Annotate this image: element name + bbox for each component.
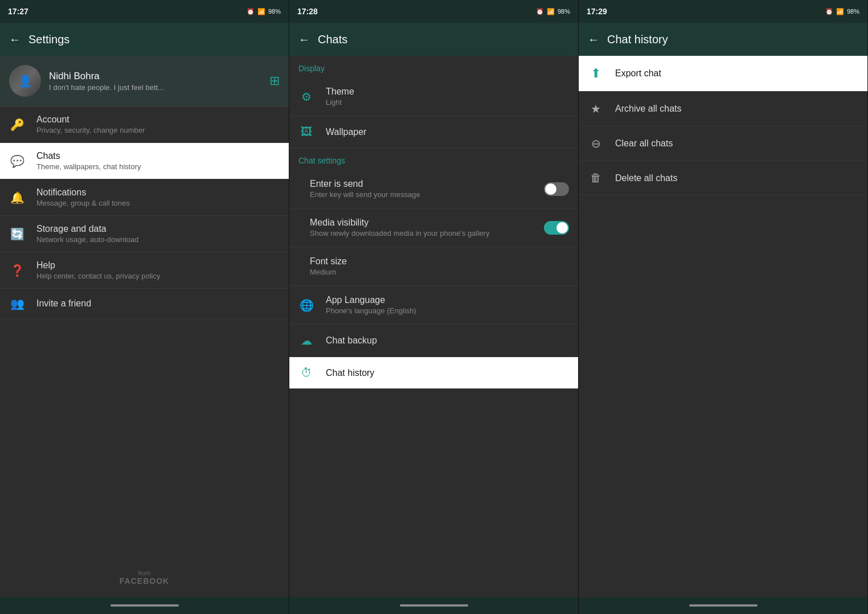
app-language-subtitle: Phone's language (English) [326,306,569,315]
theme-text: Theme Light [326,87,569,107]
chats-panel-title: Chats [318,33,347,46]
enter-send-text: Enter is send Enter key will send your m… [310,179,533,199]
settings-title: Settings [28,33,69,46]
battery-1: 98% [268,8,281,15]
chat-history-icon: ⏱ [298,366,314,379]
export-title: Export chat [615,68,858,79]
profile-name: Nidhi Bohra [49,71,164,82]
media-visibility-toggle[interactable] [544,221,569,235]
invite-title: Invite a friend [36,298,280,309]
chat-settings-section-header: Chat settings [289,148,578,170]
display-section-header: Display [289,56,578,77]
profile-section[interactable]: 👤 Nidhi Bohra I don't hate people. I jus… [0,56,289,107]
chats-item-theme[interactable]: ⚙ Theme Light [289,77,578,116]
settings-item-storage[interactable]: 🔄 Storage and data Network usage, auto-d… [0,216,289,252]
history-item-delete[interactable]: 🗑 Delete all chats [579,161,867,195]
settings-item-help[interactable]: ❓ Help Help center, contact us, privacy … [0,252,289,289]
settings-item-chats[interactable]: 💬 Chats Theme, wallpapers, chat history [0,143,289,179]
avatar-image: 👤 [9,65,41,97]
alarm-icon-3: ⏰ [825,8,833,15]
account-icon: 🔑 [9,118,25,132]
time-2: 17:28 [297,7,318,16]
wallpaper-icon: 🖼 [298,125,314,138]
storage-subtitle: Network usage, auto-download [36,235,280,244]
bottom-bar-2 [289,597,578,614]
notifications-title: Notifications [36,187,280,198]
export-icon: ⬆ [588,66,604,81]
notifications-subtitle: Message, group & call tones [36,199,280,207]
home-indicator-1 [110,604,179,607]
alarm-icon-2: ⏰ [536,8,544,15]
enter-send-toggle[interactable] [544,182,569,196]
storage-title: Storage and data [36,224,280,234]
back-arrow-2[interactable]: ← [298,33,310,46]
battery-2: 98% [558,8,570,15]
font-size-subtitle: Medium [310,268,569,276]
settings-item-notifications[interactable]: 🔔 Notifications Message, group & call to… [0,179,289,216]
back-arrow-1[interactable]: ← [9,33,21,46]
wallpaper-text: Wallpaper [326,127,569,137]
account-text: Account Privacy, security, change number [36,114,280,134]
chats-item-font-size[interactable]: Font size Medium [289,247,578,286]
account-title: Account [36,114,280,125]
profile-info: Nidhi Bohra I don't hate people. I just … [49,71,164,92]
status-icons-2: ⏰ 📶 98% [536,8,570,15]
chats-top-bar: ← Chats [289,23,578,56]
chats-item-chat-history[interactable]: ⏱ Chat history [289,357,578,389]
settings-item-invite[interactable]: 👥 Invite a friend [0,289,289,319]
history-item-export[interactable]: ⬆ Export chat [579,56,867,92]
chats-settings-list: Display ⚙ Theme Light 🖼 Wallpaper Chat s… [289,56,578,597]
signal-icon-2: 📶 [547,8,555,15]
settings-list: 🔑 Account Privacy, security, change numb… [0,107,289,558]
clear-text: Clear all chats [615,138,858,149]
delete-title: Delete all chats [615,173,858,183]
facebook-footer: from FACEBOOK [0,558,289,597]
chat-backup-icon: ☁ [298,334,314,347]
chats-item-wallpaper[interactable]: 🖼 Wallpaper [289,116,578,148]
chat-history-title: Chat history [326,368,569,378]
battery-3: 98% [847,8,859,15]
account-subtitle: Privacy, security, change number [36,126,280,134]
chats-panel: 17:28 ⏰ 📶 98% ← Chats Display ⚙ Theme Li… [289,0,579,614]
theme-icon: ⚙ [298,90,314,104]
brand-label: FACEBOOK [11,576,277,586]
chats-item-app-language[interactable]: 🌐 App Language Phone's language (English… [289,286,578,325]
notifications-text: Notifications Message, group & call tone… [36,187,280,207]
export-text: Export chat [615,68,858,79]
settings-item-account[interactable]: 🔑 Account Privacy, security, change numb… [0,107,289,143]
settings-panel: 17:27 ⏰ 📶 98% ← Settings 👤 Nidhi Bohra I… [0,0,289,614]
back-arrow-3[interactable]: ← [588,33,599,46]
notifications-icon: 🔔 [9,191,25,204]
chats-item-chat-backup[interactable]: ☁ Chat backup [289,325,578,357]
media-visibility-knob [556,222,568,234]
qr-icon[interactable]: ⊞ [269,73,280,88]
chat-history-list: ⬆ Export chat ★ Archive all chats ⊖ Clea… [579,56,867,597]
status-icons-1: ⏰ 📶 98% [247,8,281,15]
storage-text: Storage and data Network usage, auto-dow… [36,224,280,244]
app-language-icon: 🌐 [298,298,314,312]
chat-backup-text: Chat backup [326,335,569,346]
settings-top-bar: ← Settings [0,23,289,56]
wallpaper-title: Wallpaper [326,127,569,137]
chats-item-enter-send[interactable]: Enter is send Enter key will send your m… [289,170,578,208]
time-1: 17:27 [8,7,28,16]
bottom-bar-3 [579,597,867,614]
chats-title: Chats [36,151,280,161]
history-item-clear[interactable]: ⊖ Clear all chats [579,126,867,161]
alarm-icon: ⏰ [247,8,255,15]
font-size-text: Font size Medium [310,256,569,276]
status-bar-2: 17:28 ⏰ 📶 98% [289,0,578,23]
help-title: Help [36,260,280,271]
media-visibility-title: Media visibility [310,218,533,228]
signal-icon-3: 📶 [836,8,844,15]
help-subtitle: Help center, contact us, privacy policy [36,272,280,280]
chats-item-media-visibility[interactable]: Media visibility Show newly downloaded m… [289,208,578,247]
clear-title: Clear all chats [615,138,858,149]
signal-icon: 📶 [257,8,265,15]
history-item-archive[interactable]: ★ Archive all chats [579,92,867,126]
profile-status: I don't hate people. I just feel bett... [49,83,164,92]
chats-subtitle: Theme, wallpapers, chat history [36,162,280,171]
help-icon: ❓ [9,264,25,277]
chat-history-panel: 17:29 ⏰ 📶 98% ← Chat history ⬆ Export ch… [579,0,868,614]
status-bar-1: 17:27 ⏰ 📶 98% [0,0,289,23]
